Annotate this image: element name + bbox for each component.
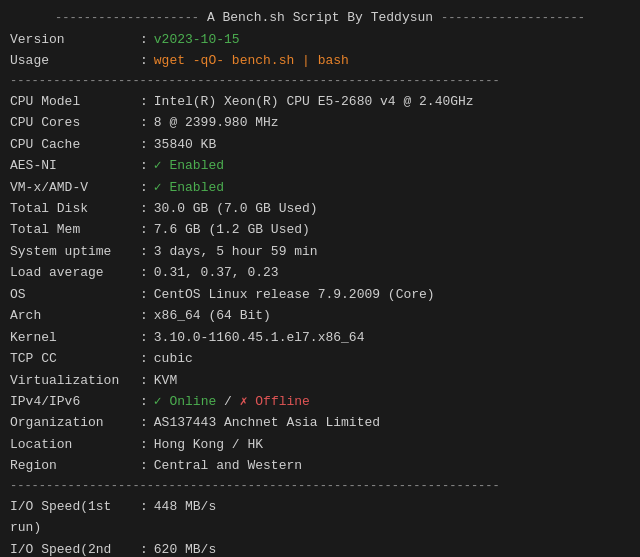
ipv-row: IPv4/IPv6 : ✓ Online / ✗ Offline: [10, 391, 630, 412]
mem-value: 7.6 GB (1.2 GB Used): [154, 219, 630, 240]
kernel-row: Kernel : 3.10.0-1160.45.1.el7.x86_64: [10, 327, 630, 348]
cpu-cache-colon: :: [140, 134, 148, 155]
aes-colon: :: [140, 155, 148, 176]
arch-row: Arch : x86_64 (64 Bit): [10, 305, 630, 326]
disk-row: Total Disk : 30.0 GB (7.0 GB Used): [10, 198, 630, 219]
cpu-model-value: Intel(R) Xeon(R) CPU E5-2680 v4 @ 2.40GH…: [154, 91, 630, 112]
io-run2-row: I/O Speed(2nd run) : 620 MB/s: [10, 539, 630, 557]
org-label: Organization: [10, 412, 140, 433]
cpu-cache-row: CPU Cache : 35840 KB: [10, 134, 630, 155]
kernel-colon: :: [140, 327, 148, 348]
disk-label: Total Disk: [10, 198, 140, 219]
vmx-value: ✓ Enabled: [154, 177, 630, 198]
region-value: Central and Western: [154, 455, 630, 476]
os-label: OS: [10, 284, 140, 305]
terminal-container: -------------------- A Bench.sh Script B…: [10, 8, 630, 557]
tcp-value: cubic: [154, 348, 630, 369]
disk-colon: :: [140, 198, 148, 219]
app-title: A Bench.sh Script By Teddysun: [207, 10, 433, 25]
virt-value: KVM: [154, 370, 630, 391]
org-value: AS137443 Anchnet Asia Limited: [154, 412, 630, 433]
region-row: Region : Central and Western: [10, 455, 630, 476]
kernel-value: 3.10.0-1160.45.1.el7.x86_64: [154, 327, 630, 348]
region-colon: :: [140, 455, 148, 476]
location-row: Location : Hong Kong / HK: [10, 434, 630, 455]
ipv-offline: ✗ Offline: [240, 394, 310, 409]
cpu-cache-label: CPU Cache: [10, 134, 140, 155]
usage-value: wget -qO- bench.sh | bash: [154, 50, 630, 71]
cpu-cores-value: 8 @ 2399.980 MHz: [154, 112, 630, 133]
virt-label: Virtualization: [10, 370, 140, 391]
divider-2: ----------------------------------------…: [10, 477, 630, 496]
region-label: Region: [10, 455, 140, 476]
tcp-colon: :: [140, 348, 148, 369]
io-run1-row: I/O Speed(1st run) : 448 MB/s: [10, 496, 630, 539]
arch-colon: :: [140, 305, 148, 326]
location-value: Hong Kong / HK: [154, 434, 630, 455]
os-colon: :: [140, 284, 148, 305]
load-value: 0.31, 0.37, 0.23: [154, 262, 630, 283]
cpu-cores-label: CPU Cores: [10, 112, 140, 133]
disk-value: 30.0 GB (7.0 GB Used): [154, 198, 630, 219]
os-row: OS : CentOS Linux release 7.9.2009 (Core…: [10, 284, 630, 305]
version-value: v2023-10-15: [154, 29, 630, 50]
io-run1-value: 448 MB/s: [154, 496, 630, 539]
uptime-colon: :: [140, 241, 148, 262]
io-run2-colon: :: [140, 539, 148, 557]
location-label: Location: [10, 434, 140, 455]
usage-colon: :: [140, 50, 148, 71]
io-run2-value: 620 MB/s: [154, 539, 630, 557]
tcp-row: TCP CC : cubic: [10, 348, 630, 369]
vmx-label: VM-x/AMD-V: [10, 177, 140, 198]
uptime-row: System uptime : 3 days, 5 hour 59 min: [10, 241, 630, 262]
cpu-cores-row: CPU Cores : 8 @ 2399.980 MHz: [10, 112, 630, 133]
virt-row: Virtualization : KVM: [10, 370, 630, 391]
ipv-separator: /: [224, 394, 240, 409]
location-colon: :: [140, 434, 148, 455]
mem-label: Total Mem: [10, 219, 140, 240]
io-run1-label: I/O Speed(1st run): [10, 496, 140, 539]
os-value: CentOS Linux release 7.9.2009 (Core): [154, 284, 630, 305]
divider-1: ----------------------------------------…: [10, 72, 630, 91]
cpu-model-label: CPU Model: [10, 91, 140, 112]
title-line: -------------------- A Bench.sh Script B…: [10, 8, 630, 29]
tcp-label: TCP CC: [10, 348, 140, 369]
kernel-label: Kernel: [10, 327, 140, 348]
cpu-model-colon: :: [140, 91, 148, 112]
uptime-value: 3 days, 5 hour 59 min: [154, 241, 630, 262]
vmx-row: VM-x/AMD-V : ✓ Enabled: [10, 177, 630, 198]
usage-label: Usage: [10, 50, 140, 71]
load-row: Load average : 0.31, 0.37, 0.23: [10, 262, 630, 283]
cpu-model-row: CPU Model : Intel(R) Xeon(R) CPU E5-2680…: [10, 91, 630, 112]
load-label: Load average: [10, 262, 140, 283]
vmx-colon: :: [140, 177, 148, 198]
mem-colon: :: [140, 219, 148, 240]
load-colon: :: [140, 262, 148, 283]
version-colon: :: [140, 29, 148, 50]
cpu-cache-value: 35840 KB: [154, 134, 630, 155]
version-row: Version : v2023-10-15: [10, 29, 630, 50]
cpu-cores-colon: :: [140, 112, 148, 133]
uptime-label: System uptime: [10, 241, 140, 262]
ipv-colon: :: [140, 391, 148, 412]
aes-label: AES-NI: [10, 155, 140, 176]
usage-row: Usage : wget -qO- bench.sh | bash: [10, 50, 630, 71]
virt-colon: :: [140, 370, 148, 391]
io-run1-colon: :: [140, 496, 148, 539]
ipv-label: IPv4/IPv6: [10, 391, 140, 412]
org-row: Organization : AS137443 Anchnet Asia Lim…: [10, 412, 630, 433]
org-colon: :: [140, 412, 148, 433]
aes-row: AES-NI : ✓ Enabled: [10, 155, 630, 176]
arch-label: Arch: [10, 305, 140, 326]
mem-row: Total Mem : 7.6 GB (1.2 GB Used): [10, 219, 630, 240]
aes-value: ✓ Enabled: [154, 155, 630, 176]
io-run2-label: I/O Speed(2nd run): [10, 539, 140, 557]
arch-value: x86_64 (64 Bit): [154, 305, 630, 326]
ipv-online: ✓ Online: [154, 394, 216, 409]
ipv-value: ✓ Online / ✗ Offline: [154, 391, 630, 412]
version-label: Version: [10, 29, 140, 50]
